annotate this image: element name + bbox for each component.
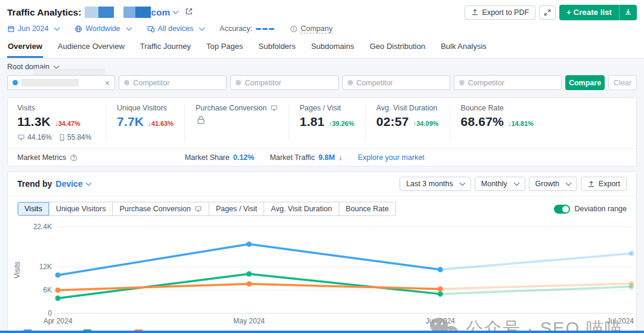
competitor-input-3[interactable]: Competitor (342, 75, 450, 90)
date-filter[interactable]: Jun 2024 (7, 24, 59, 33)
market-share: Market Share 0.12% (185, 153, 254, 162)
upload-icon (587, 180, 595, 188)
globe-icon (75, 25, 82, 33)
company-link[interactable]: Company (301, 24, 333, 33)
desktop-icon (17, 134, 25, 141)
trend-export-label: Export (599, 180, 620, 188)
svg-text:Jun 2024: Jun 2024 (426, 317, 456, 325)
trend-chart-svg[interactable]: 06K12K22.4KApr 2024May 2024Jun 2024Jul 2… (11, 220, 634, 326)
create-list-download-button[interactable] (619, 5, 637, 20)
tab-top-pages[interactable]: Top Pages (206, 39, 243, 58)
competitor-placeholder: Competitor (133, 79, 169, 87)
chevron-down-icon (513, 180, 519, 186)
chart-metric-tabs: Visits Unique Visitors Purchase Conversi… (17, 202, 396, 216)
create-list-button[interactable]: + Create list (559, 5, 619, 20)
help-icon[interactable] (70, 154, 78, 162)
domain-color-dot (13, 80, 18, 85)
metric-value: 68.67% (461, 115, 504, 129)
domain-chevron-down-icon[interactable] (173, 8, 179, 14)
chevron-down-icon (199, 24, 205, 30)
market-share-label: Market Share (185, 153, 230, 162)
external-link-icon[interactable] (185, 7, 193, 17)
lock-icon[interactable] (196, 115, 206, 125)
competitor-input-1[interactable]: Competitor (119, 75, 227, 90)
export-to-pdf-label: Export to PDF (482, 8, 530, 17)
granularity-dropdown[interactable]: Monthly (475, 177, 525, 191)
tab-overview[interactable]: Overview (7, 39, 43, 58)
trend-device-selector[interactable]: Device (55, 179, 90, 189)
desktop-icon (270, 104, 278, 112)
competitor-placeholder: Competitor (357, 79, 393, 87)
company-link-wrap: Company (290, 24, 333, 33)
trend-export-button[interactable]: Export (581, 177, 627, 191)
tab-subdomains[interactable]: Subdomains (311, 39, 355, 58)
svg-text:Jul 2024: Jul 2024 (607, 317, 634, 325)
competitor-input-2[interactable]: Competitor (230, 75, 338, 90)
metric-label: Avg. Visit Duration (376, 104, 439, 112)
trend-chart: 06K12K22.4KApr 2024May 2024Jun 2024Jul 2… (8, 217, 636, 328)
trend-device-label: Device (55, 179, 82, 189)
tab-subfolders[interactable]: Subfolders (258, 39, 296, 58)
redacted-domain-part (85, 7, 114, 18)
tab-bulk-analysis[interactable]: Bulk Analysis (440, 39, 487, 58)
export-to-pdf-button[interactable]: Export to PDF (465, 5, 536, 20)
accuracy-meter (256, 28, 274, 30)
metric-value: 11.3K (17, 115, 51, 129)
chart-tab-unique-visitors[interactable]: Unique Visitors (49, 202, 113, 215)
market-traffic: Market Traffic 9.8M ↓ (270, 153, 342, 162)
chevron-down-icon (459, 180, 465, 186)
tab-traffic-journey[interactable]: Traffic Journey (140, 39, 191, 58)
domain-suffix: com (151, 7, 170, 18)
chart-tab-avg-visit-duration[interactable]: Avg. Visit Duration (264, 202, 339, 215)
clear-button[interactable]: Clear (608, 75, 637, 90)
main-domain-input[interactable]: × (7, 75, 115, 90)
tab-audience-overview[interactable]: Audience Overview (57, 39, 125, 58)
svg-text:Apr 2024: Apr 2024 (44, 317, 73, 325)
metric-value: 02:57 (376, 115, 409, 129)
top-bar: Traffic Analytics: com Export to PDF + C… (0, 0, 644, 36)
redacted-domain-part (123, 7, 151, 18)
mode-label: Growth (535, 180, 559, 188)
metric-label: Purchase Conversion (196, 104, 267, 112)
market-metrics-label: Market Metrics (17, 153, 66, 162)
region-filter[interactable]: Worldwide (75, 24, 131, 33)
metric-label: Pages / Visit (300, 104, 355, 112)
chart-tab-pages-visit[interactable]: Pages / Visit (209, 202, 264, 215)
deviation-range-toggle[interactable] (554, 205, 570, 214)
market-metrics-bar: Market Metrics Market Share 0.12% Market… (8, 149, 636, 166)
accuracy-label: Accuracy: (219, 24, 252, 33)
chart-tab-visits[interactable]: Visits (18, 202, 49, 215)
mode-dropdown[interactable]: Growth (529, 177, 577, 191)
accuracy-indicator: Accuracy: (219, 24, 274, 33)
chevron-down-icon (53, 63, 59, 69)
clear-input-icon[interactable]: × (105, 78, 110, 88)
svg-text:May 2024: May 2024 (233, 317, 265, 325)
expand-icon (543, 8, 552, 17)
metric-change: ↑39.26% (329, 120, 354, 127)
metric-pages-per-visit: Pages / Visit 1.81 ↑39.26% (289, 104, 366, 141)
svg-text:0: 0 (48, 309, 52, 317)
overview-metrics-panel: Visits 11.3K ↓34.47% 44.16% 55.84% (7, 97, 637, 166)
metric-avg-visit-duration: Avg. Visit Duration 02:57 ↑34.09% (365, 104, 450, 141)
chart-tab-purchase-conversion[interactable]: Purchase Conversion (113, 202, 209, 215)
svg-text:22.4K: 22.4K (33, 223, 52, 231)
page-title: Traffic Analytics: (7, 7, 81, 18)
competitor-input-4[interactable]: Competitor (454, 75, 562, 90)
metric-change: ↓34.47% (55, 120, 80, 127)
chart-tab-bounce-rate[interactable]: Bounce Rate (339, 202, 395, 215)
download-icon (624, 8, 632, 16)
compare-button[interactable]: Compare (565, 75, 605, 90)
competitor-color-dot (124, 80, 129, 85)
trend-title: Trend by (17, 179, 52, 189)
date-range-dropdown[interactable]: Last 3 months (400, 177, 471, 191)
explore-your-market-link[interactable]: Explore your market (358, 153, 425, 162)
market-traffic-value[interactable]: 9.8M (318, 153, 335, 162)
device-filter[interactable]: All devices (147, 24, 205, 33)
competitor-color-dot (459, 80, 465, 85)
scope-selector[interactable]: Root domain (7, 61, 637, 72)
market-share-value[interactable]: 0.12% (233, 153, 254, 162)
main-content: Root domain × Competitor Competitor Comp… (0, 58, 644, 333)
metric-value[interactable]: 7.7K (117, 115, 144, 129)
expand-button[interactable] (539, 5, 556, 20)
tab-geo-distribution[interactable]: Geo Distribution (369, 39, 426, 58)
